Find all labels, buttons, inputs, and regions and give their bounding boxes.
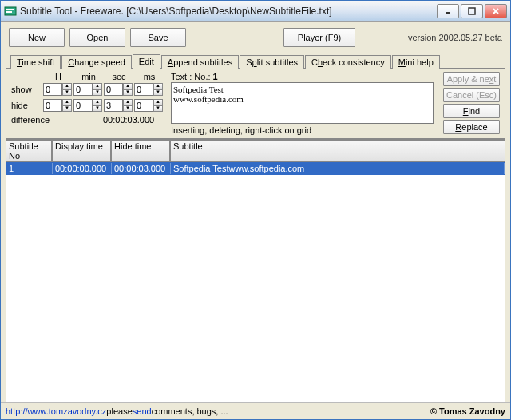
col-subtitle[interactable]: Subtitle	[170, 140, 505, 162]
spin-down[interactable]: ▼	[62, 89, 72, 96]
col-display-time[interactable]: Display time	[52, 140, 111, 162]
show-sec-input[interactable]	[104, 83, 123, 96]
hide-min-input[interactable]	[73, 99, 93, 112]
show-h-input[interactable]	[43, 83, 62, 96]
status-bar: http://www.tomzavodny.cz please send com…	[1, 402, 510, 419]
titlebar: Subtitle Tool - Freeware. [C:\Users\Soft…	[1, 1, 510, 22]
cell-disp: 00:00:00.000	[53, 163, 112, 174]
spin-down[interactable]: ▼	[153, 89, 163, 96]
send-link[interactable]: send	[133, 406, 152, 416]
close-button[interactable]	[485, 4, 507, 18]
window-title: Subtitle Tool - Freeware. [C:\Users\Soft…	[20, 6, 437, 17]
difference-value: 00:00:03.000	[103, 115, 154, 125]
copyright: © Tomas Zavodny	[430, 406, 505, 416]
col-subtitle-no[interactable]: Subtitle No	[6, 140, 52, 162]
spin-up[interactable]: ▲	[123, 83, 133, 89]
spin-down[interactable]: ▼	[62, 105, 72, 112]
apply-next-button[interactable]: Apply & next	[443, 72, 500, 86]
spin-down[interactable]: ▼	[93, 105, 102, 112]
spin-down[interactable]: ▼	[123, 89, 133, 96]
homepage-link[interactable]: http://www.tomzavodny.cz	[6, 406, 106, 416]
tab-bar: Time shift Change speed Edit Append subt…	[6, 49, 505, 69]
tab-append[interactable]: Append subtitles	[161, 55, 239, 69]
show-min-input[interactable]	[73, 83, 93, 96]
cell-no: 1	[6, 163, 53, 174]
app-window: Subtitle Tool - Freeware. [C:\Users\Soft…	[0, 0, 511, 420]
hint-text: Inserting, deleting, right-click on grid	[171, 124, 434, 137]
new-button[interactable]: New	[9, 28, 65, 47]
show-ms-input[interactable]	[134, 83, 153, 96]
edit-panel: H min sec ms show ▲▼ ▲▼ ▲▼ ▲▼ hide ▲▼ ▲▼…	[6, 69, 505, 139]
spin-down[interactable]: ▼	[93, 89, 102, 96]
window-controls	[437, 4, 507, 18]
hide-h-input[interactable]	[43, 99, 62, 112]
grid-body[interactable]: 1 00:00:00.000 00:00:03.000 Softpedia Te…	[6, 162, 505, 402]
grid-header: Subtitle No Display time Hide time Subti…	[6, 139, 505, 162]
svg-rect-2	[6, 11, 12, 13]
app-icon	[4, 5, 17, 18]
spin-up[interactable]: ▲	[153, 99, 163, 105]
hide-sec-input[interactable]	[104, 99, 123, 112]
spin-down[interactable]: ▼	[153, 105, 163, 112]
player-button[interactable]: Player (F9)	[283, 28, 355, 47]
header-ms: ms	[134, 72, 164, 81]
tab-split[interactable]: Split subtitles	[240, 55, 304, 69]
text-header: Text : No.: 1	[171, 72, 434, 82]
main-toolbar: New Open Save Player (F9) version 2002.0…	[6, 26, 505, 49]
header-min: min	[73, 72, 104, 81]
spin-up[interactable]: ▲	[62, 83, 72, 89]
tab-edit[interactable]: Edit	[133, 54, 160, 69]
content-area: New Open Save Player (F9) version 2002.0…	[1, 22, 510, 402]
show-label: show	[11, 85, 43, 94]
replace-button[interactable]: Replace	[443, 120, 500, 134]
subtitle-no: 1	[213, 72, 218, 81]
cell-hide: 00:00:03.000	[112, 163, 171, 174]
header-sec: sec	[104, 72, 134, 81]
spin-up[interactable]: ▲	[62, 99, 72, 105]
svg-rect-1	[6, 9, 14, 10]
spin-up[interactable]: ▲	[93, 83, 102, 89]
hide-ms-input[interactable]	[134, 99, 153, 112]
spin-up[interactable]: ▲	[93, 99, 102, 105]
footer-text2: comments, bugs, ...	[152, 406, 228, 416]
side-buttons: Apply & next Cancel (Esc) Find Replace	[440, 72, 500, 137]
header-h: H	[43, 72, 73, 81]
time-grid: H min sec ms show ▲▼ ▲▼ ▲▼ ▲▼ hide ▲▼ ▲▼…	[11, 72, 164, 137]
svg-rect-4	[469, 8, 475, 14]
spin-down[interactable]: ▼	[123, 105, 133, 112]
cell-sub: Softpedia Testwww.softpedia.com	[171, 163, 505, 174]
tab-help[interactable]: Mini help	[392, 55, 440, 69]
tab-check[interactable]: Check consistency	[305, 55, 391, 69]
minimize-button[interactable]	[437, 4, 459, 18]
tab-change-speed[interactable]: Change speed	[61, 55, 132, 69]
subtitle-text-input[interactable]	[171, 82, 434, 124]
version-label: version 2002.05.27 beta	[408, 33, 502, 42]
maximize-button[interactable]	[461, 4, 483, 18]
text-area-wrap: Text : No.: 1 Inserting, deleting, right…	[171, 72, 434, 137]
spin-up[interactable]: ▲	[123, 99, 133, 105]
save-button[interactable]: Save	[130, 28, 186, 47]
hide-label: hide	[11, 101, 43, 110]
cancel-button[interactable]: Cancel (Esc)	[443, 88, 500, 102]
table-row[interactable]: 1 00:00:00.000 00:00:03.000 Softpedia Te…	[6, 162, 505, 175]
find-button[interactable]: Find	[443, 104, 500, 118]
col-hide-time[interactable]: Hide time	[111, 140, 170, 162]
tab-time-shift[interactable]: Time shift	[10, 55, 61, 69]
spin-up[interactable]: ▲	[153, 83, 163, 89]
footer-text1: please	[106, 406, 132, 416]
open-button[interactable]: Open	[69, 28, 125, 47]
difference-label: difference	[11, 115, 55, 125]
